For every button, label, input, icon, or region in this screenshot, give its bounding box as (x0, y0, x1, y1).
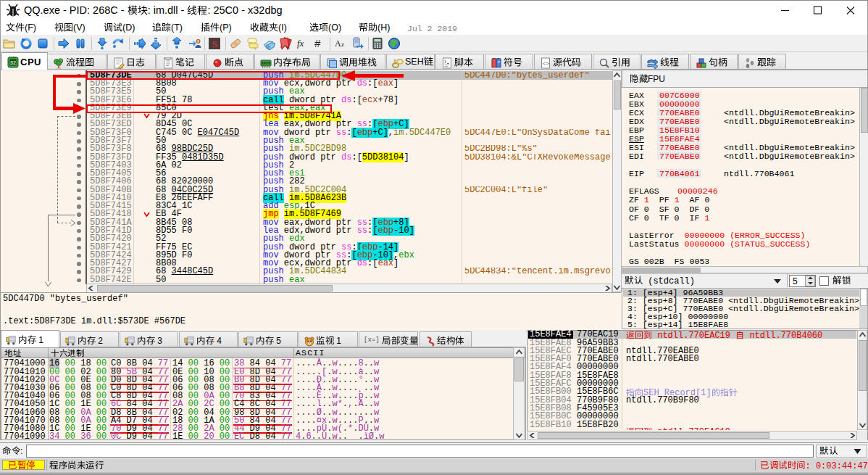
svg-text:A: A (335, 38, 341, 49)
svg-text:fx: fx (297, 38, 304, 49)
svg-text:z: z (498, 59, 500, 64)
svg-text:#: # (314, 37, 321, 49)
svg-text:S: S (212, 38, 217, 49)
svg-text:!: ! (394, 59, 396, 63)
svg-text:<>: <> (543, 60, 550, 67)
svg-text:z: z (341, 41, 344, 48)
svg-text:32: 32 (10, 60, 16, 65)
